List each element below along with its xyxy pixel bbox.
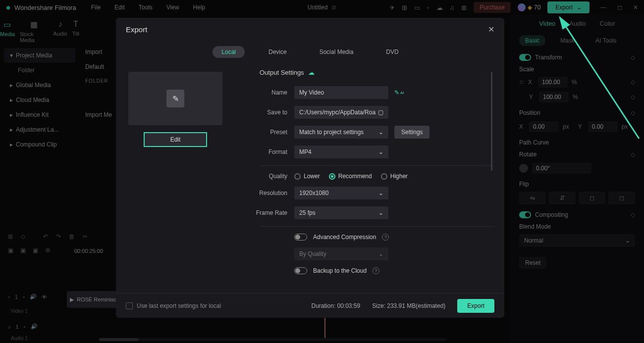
ai-name-icon[interactable]: ✎AI	[394, 89, 404, 96]
quality-recommend-radio[interactable]: Recommend	[329, 173, 372, 180]
resolution-select[interactable]: 1920x1080⌄	[294, 187, 388, 199]
quality-lower-radio[interactable]: Lower	[294, 173, 320, 180]
preset-settings-button[interactable]: Settings	[394, 126, 429, 139]
export-dialog: Export ✕ Local Device Social Media DVD ✎…	[116, 18, 504, 318]
tab-local[interactable]: Local	[213, 46, 245, 58]
scrollbar[interactable]	[491, 72, 492, 171]
advanced-compression-toggle[interactable]	[294, 234, 307, 241]
advanced-compression-label: Advanced Compression	[313, 234, 376, 241]
format-label: Format	[240, 148, 294, 155]
compression-mode-select: By Quality⌄	[294, 247, 388, 260]
quality-label: Quality	[240, 173, 294, 180]
chevron-down-icon: ⌄	[378, 129, 383, 136]
use-last-settings-checkbox[interactable]	[126, 302, 133, 309]
backup-cloud-label: Backup to the Cloud	[313, 267, 367, 274]
chevron-down-icon: ⌄	[378, 190, 383, 196]
divider	[260, 165, 494, 166]
export-action-button[interactable]: Export	[457, 299, 494, 313]
help-icon[interactable]: ?	[373, 267, 379, 274]
duration-info: Duration: 00:03:59	[311, 302, 360, 309]
save-to-input[interactable]: C:/Users/mypc/AppData/Roa▢	[294, 106, 388, 119]
folder-icon[interactable]: ▢	[378, 109, 383, 116]
tab-device[interactable]: Device	[260, 46, 296, 58]
frame-rate-select[interactable]: 25 fps⌄	[294, 206, 388, 219]
chevron-down-icon: ⌄	[378, 209, 383, 216]
preset-select[interactable]: Match to project settings⌄	[294, 126, 388, 139]
name-input[interactable]: My Video	[294, 86, 388, 99]
output-settings-header: Output Settings ☁	[260, 69, 494, 76]
dialog-close-icon[interactable]: ✕	[488, 25, 494, 34]
preview-thumbnail: ✎	[128, 72, 222, 125]
pencil-icon: ✎	[166, 90, 184, 107]
chevron-down-icon: ⌄	[378, 250, 383, 257]
divider	[260, 226, 494, 227]
edit-button[interactable]: Edit	[144, 132, 207, 147]
frame-rate-label: Frame Rate	[240, 209, 294, 216]
preset-label: Preset	[240, 129, 294, 136]
help-icon[interactable]: ?	[382, 234, 389, 241]
name-label: Name	[240, 89, 294, 96]
resolution-label: Resolution	[240, 190, 294, 196]
save-to-label: Save to	[240, 109, 294, 116]
dialog-title: Export	[126, 25, 147, 34]
tab-social-media[interactable]: Social Media	[311, 46, 363, 58]
quality-higher-radio[interactable]: Higher	[381, 173, 408, 180]
chevron-down-icon: ⌄	[378, 148, 383, 155]
tab-dvd[interactable]: DVD	[377, 46, 407, 58]
format-select[interactable]: MP4⌄	[294, 146, 388, 158]
size-info: Size: 233.91 MB(estimated)	[372, 302, 445, 309]
cloud-icon: ☁	[308, 69, 315, 76]
use-last-settings-label: Use last export settings for local	[137, 302, 221, 309]
backup-cloud-toggle[interactable]	[294, 267, 307, 274]
